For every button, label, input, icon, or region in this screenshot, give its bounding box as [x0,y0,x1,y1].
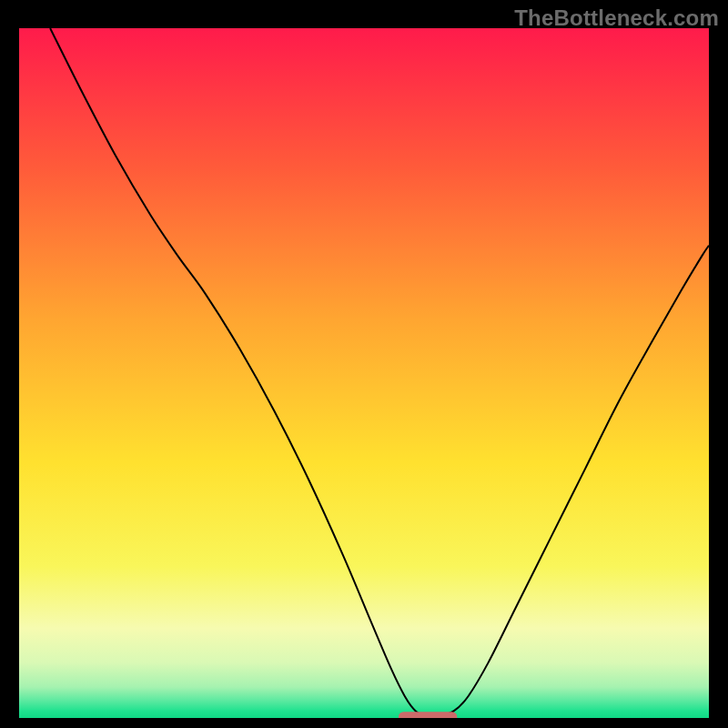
chart-plot [19,28,709,718]
chart-frame: TheBottleneck.com [0,0,728,728]
sweet-spot-marker [399,712,457,718]
chart-svg [19,28,709,718]
chart-background [19,28,709,718]
watermark-text: TheBottleneck.com [514,5,719,31]
